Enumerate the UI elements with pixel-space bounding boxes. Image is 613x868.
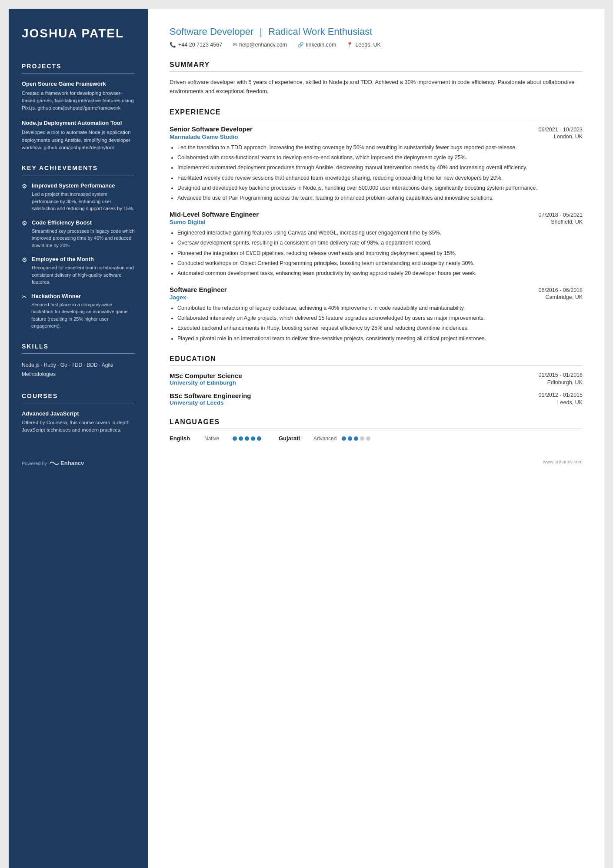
bullet-item: Executed backend enhancements in Ruby, b…: [177, 324, 583, 332]
location-value: Leeds, UK: [355, 42, 380, 48]
courses-divider: [22, 403, 135, 403]
exp-bullets: Led the transition to a TDD approach, in…: [170, 144, 583, 203]
exp-job-title: Senior Software Developer: [170, 125, 253, 133]
exp-header: Senior Software Developer 06/2021 - 10/2…: [170, 125, 583, 133]
achievement-item: ⚙ Code Efficiency Boost Streamlined key …: [22, 219, 135, 249]
bullet-item: Automated common development tasks, enha…: [177, 269, 583, 278]
achievement-desc: Streamlined key processes in legacy code…: [32, 228, 135, 249]
language-dot: [257, 436, 261, 441]
bullet-item: Oversaw development sprints, resulting i…: [177, 239, 583, 247]
phone-value: +44 20 7123 4567: [178, 42, 222, 48]
course-title: Advanced JavaScript: [22, 410, 135, 417]
language-level: Advanced: [313, 436, 337, 442]
bullet-item: Contributed to the refactoring of legacy…: [177, 304, 583, 312]
bullet-item: Led the transition to a TDD approach, in…: [177, 144, 583, 152]
edu-degree: BSc Software Engineering: [170, 392, 251, 399]
candidate-name: JOSHUA PATEL: [22, 26, 135, 41]
courses-list: Advanced JavaScript Offered by Coursera,…: [22, 410, 135, 434]
exp-company: Jagex: [170, 294, 186, 301]
brand-name: Enhancv: [60, 460, 84, 466]
bullet-item: Advanced the use of Pair Programming acr…: [177, 194, 583, 202]
job-title-part2: Radical Work Enthusiast: [268, 26, 372, 37]
achievement-desc: Recognised for excellent team collaborat…: [32, 264, 135, 286]
education-entry: BSc Software Engineering 01/2012 - 01/20…: [170, 392, 583, 406]
skills-content: Node.js · Ruby · Go · TDD · BDD · Agile …: [22, 361, 135, 379]
powered-by-label: Powered by: [22, 461, 47, 466]
course-item: Advanced JavaScript Offered by Coursera,…: [22, 410, 135, 434]
header-section: Software Developer | Radical Work Enthus…: [170, 26, 583, 48]
language-dot: [239, 436, 243, 441]
edu-dates: 01/2012 - 01/2015: [539, 392, 583, 399]
project-item: Node.js Deployment Automation Tool Devel…: [22, 120, 135, 151]
experience-divider: [170, 119, 583, 119]
exp-company: Sumo Digital: [170, 219, 206, 225]
achievement-content: Hackathon Winner Secured first place in …: [31, 293, 135, 330]
title-divider: |: [260, 26, 265, 37]
education-entry: MSc Computer Science 01/2015 - 01/2016 U…: [170, 372, 583, 386]
edu-degree: MSc Computer Science: [170, 372, 242, 379]
exp-dates: 07/2018 - 05/2021: [539, 212, 583, 218]
experience-entry: Mid-Level Software Engineer 07/2018 - 05…: [170, 211, 583, 278]
email-icon: ✉: [233, 42, 237, 48]
achievements-divider: [22, 175, 135, 175]
achievement-icon: ⚙: [22, 256, 27, 286]
powered-by-section: Powered by Enhancv: [22, 460, 135, 466]
language-dot: [354, 436, 358, 441]
linkedin-value: linkedin.com: [306, 42, 336, 48]
exp-header: Software Engineer 06/2016 - 06/2018: [170, 286, 583, 293]
edu-dates: 01/2015 - 01/2016: [539, 372, 583, 379]
footer-url: www.enhancv.com: [543, 459, 583, 464]
language-dot: [251, 436, 255, 441]
education-divider: [170, 365, 583, 366]
phone-icon: 📞: [170, 42, 176, 48]
achievement-content: Employee of the Month Recognised for exc…: [32, 256, 135, 286]
language-name: Gujarati: [279, 435, 309, 442]
job-title-part1: Software Developer: [170, 26, 253, 37]
experience-entry: Software Engineer 06/2016 - 06/2018 Jage…: [170, 286, 583, 343]
languages-list: English Native Gujarati Advanced: [170, 435, 583, 442]
exp-company-row: Sumo Digital Sheffield, UK: [170, 219, 583, 225]
language-dot: [233, 436, 237, 441]
experience-title: EXPERIENCE: [170, 108, 583, 116]
bullet-item: Collaborated intensively on Agile projec…: [177, 314, 583, 322]
achievement-desc: Led a project that increased system perf…: [32, 191, 135, 212]
bullet-item: Conducted workshops on Object Oriented P…: [177, 259, 583, 268]
achievement-icon: ⚙: [22, 220, 27, 249]
language-dot: [348, 436, 352, 441]
project-desc: Developed a tool to automate Node.js app…: [22, 129, 135, 151]
bullet-item: Pioneered the integration of CI/CD pipel…: [177, 249, 583, 258]
project-desc: Created a framework for developing brows…: [22, 90, 135, 112]
exp-location: Sheffield, UK: [551, 219, 583, 225]
exp-company: Marmalade Game Studio: [170, 134, 238, 140]
job-title-line: Software Developer | Radical Work Enthus…: [170, 26, 583, 37]
exp-location: Cambridge, UK: [546, 294, 583, 301]
bullet-item: Collaborated with cross-functional teams…: [177, 154, 583, 162]
exp-header: Mid-Level Software Engineer 07/2018 - 05…: [170, 211, 583, 218]
achievements-section-title: KEY ACHIEVEMENTS: [22, 164, 135, 171]
language-name: English: [170, 435, 200, 442]
language-dot: [360, 436, 364, 441]
bullet-item: Facilitated weekly code review sessions …: [177, 174, 583, 182]
achievement-content: Code Efficiency Boost Streamlined key pr…: [32, 219, 135, 249]
edu-school-row: University of Leeds Leeds, UK: [170, 399, 583, 406]
sidebar: JOSHUA PATEL PROJECTS Open Source Game F…: [9, 9, 148, 868]
email-value: help@enhancv.com: [239, 42, 287, 48]
email-contact: ✉ help@enhancv.com: [233, 42, 287, 48]
location-contact: 📍 Leeds, UK: [346, 42, 380, 48]
summary-text: Driven software developer with 5 years o…: [170, 78, 583, 96]
brand-logo: Enhancv: [50, 460, 84, 466]
achievement-desc: Secured first place in a company-wide ha…: [31, 301, 135, 330]
bullet-item: Implemented automated deployment procedu…: [177, 164, 583, 172]
phone-contact: 📞 +44 20 7123 4567: [170, 42, 222, 48]
project-title: Open Source Game Framework: [22, 80, 135, 87]
linkedin-icon: 🔗: [297, 42, 304, 48]
education-list: MSc Computer Science 01/2015 - 01/2016 U…: [170, 372, 583, 406]
languages-divider: [170, 429, 583, 429]
exp-dates: 06/2016 - 06/2018: [539, 287, 583, 293]
contact-row: 📞 +44 20 7123 4567 ✉ help@enhancv.com 🔗 …: [170, 42, 583, 48]
footer: www.enhancv.com: [170, 442, 583, 464]
language-dots: [233, 436, 261, 441]
achievement-icon: ✂: [22, 293, 27, 330]
languages-title: LANGUAGES: [170, 418, 583, 426]
edu-degree-row: MSc Computer Science 01/2015 - 01/2016: [170, 372, 583, 379]
